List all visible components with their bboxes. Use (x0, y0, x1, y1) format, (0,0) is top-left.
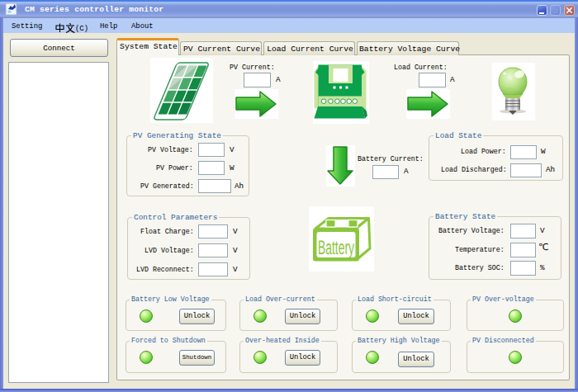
svg-text:Battery: Battery (318, 237, 354, 259)
